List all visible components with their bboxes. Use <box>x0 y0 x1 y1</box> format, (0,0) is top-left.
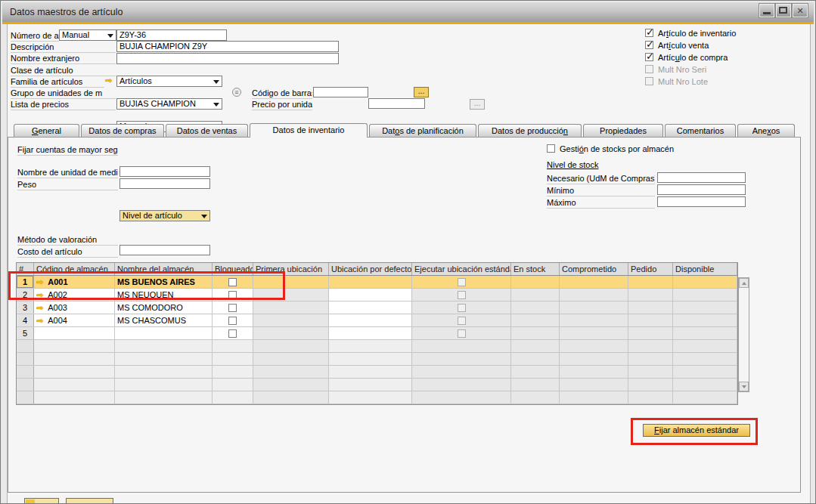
required-stock-label: Necesario (UdM de Compras) <box>547 174 655 184</box>
maximum-stock-input[interactable] <box>657 196 746 207</box>
table-row[interactable] <box>17 340 737 353</box>
column-header-6[interactable]: Ejecutar ubicación estándar <box>412 263 511 275</box>
tab-datos-de-compras[interactable]: Datos de compras <box>81 124 164 138</box>
blocked-checkbox[interactable] <box>228 317 237 325</box>
column-header-10[interactable]: Disponible <box>673 263 737 275</box>
table-row[interactable]: 2➡A002MS NEUQUEN <box>17 289 737 301</box>
checkbox <box>645 77 653 85</box>
tab-datos-de-inventario[interactable]: Datos de inventario <box>250 123 368 138</box>
footer-cancel-button-partial[interactable] <box>66 498 113 504</box>
column-header-2[interactable]: Nombre del almacén <box>115 263 213 275</box>
close-button[interactable]: ✕ <box>793 4 808 17</box>
scroll-up-button[interactable] <box>739 278 749 288</box>
maximize-button[interactable] <box>776 4 791 17</box>
cell <box>34 340 115 352</box>
table-row[interactable]: 5 <box>17 327 737 340</box>
item-cost-input[interactable] <box>119 245 210 255</box>
blocked-checkbox[interactable] <box>228 304 237 312</box>
column-header-3[interactable]: Bloqueado <box>213 263 253 275</box>
blocked-checkbox[interactable] <box>228 329 237 338</box>
cell <box>34 353 115 365</box>
cell <box>329 327 412 339</box>
cell <box>115 379 213 391</box>
minimum-stock-input[interactable] <box>657 184 746 195</box>
row-number-cell: 4 <box>17 314 34 326</box>
column-header-9[interactable]: Pedido <box>628 263 673 275</box>
scroll-down-button[interactable] <box>739 382 749 391</box>
cell <box>253 366 329 378</box>
cell <box>253 353 329 365</box>
item-number-type-combo[interactable]: Manual <box>59 29 116 41</box>
checkbox[interactable] <box>645 41 653 49</box>
row-number-cell <box>17 353 34 365</box>
tab-datos-de-ventas[interactable]: Datos de ventas <box>166 124 248 138</box>
warehouse-code: A003 <box>48 303 67 312</box>
foreign-name-input[interactable] <box>116 53 339 64</box>
tab-datos-de-produccion[interactable]: Datos de producción <box>478 124 582 138</box>
table-row[interactable]: 4➡A004MS CHASCOMUS <box>17 314 737 327</box>
gl-accounts-combo[interactable]: Nivel de artículo <box>119 210 210 221</box>
tab-datos-de-planificacion[interactable]: Datos de planificación <box>369 124 476 138</box>
warehouse-name: MS CHASCOMUS <box>117 316 186 325</box>
item-class-value: Artículos <box>119 76 152 85</box>
tab-anexos[interactable]: Anexos <box>737 124 795 138</box>
tab-general[interactable]: General <box>14 124 79 138</box>
column-header-1[interactable]: Código de almacén <box>34 263 115 275</box>
window-title: Datos maestros de artículo <box>10 7 123 17</box>
minimize-button[interactable] <box>759 4 774 17</box>
unit-price-input[interactable] <box>368 98 425 109</box>
cell <box>329 301 412 314</box>
required-stock-input[interactable] <box>657 172 746 183</box>
uom-group-label: Grupo de unidades de m <box>11 88 116 99</box>
cell <box>213 301 253 314</box>
item-flag-row: Artículo de inventario <box>645 29 736 41</box>
link-arrow-icon[interactable]: ➡ <box>36 304 43 312</box>
table-scrollbar[interactable] <box>738 277 749 392</box>
checkbox[interactable] <box>645 53 653 61</box>
manage-stock-by-warehouse-checkbox[interactable] <box>547 144 555 153</box>
set-default-warehouse-button[interactable]: Fijar almacén estándar <box>643 424 750 437</box>
weight-input[interactable] <box>119 178 210 189</box>
link-arrow-icon[interactable]: ➡ <box>36 278 43 286</box>
description-input[interactable]: BUJIA CHAMPION Z9Y <box>116 41 339 52</box>
title-bar[interactable]: Datos maestros de artículo <box>2 2 814 22</box>
table-row[interactable]: 1➡A001MS BUENOS AIRES <box>17 276 737 289</box>
enforce-default-bin-checkbox <box>458 304 466 312</box>
item-group-combo[interactable]: BUJIAS CHAMPION <box>116 98 222 110</box>
cell <box>213 289 253 301</box>
column-header-0[interactable]: # <box>17 263 34 275</box>
cell <box>412 314 511 326</box>
item-class-combo[interactable]: Artículos <box>116 76 222 87</box>
link-arrow-icon[interactable]: ➡ <box>105 76 112 85</box>
checkbox[interactable] <box>645 29 653 37</box>
checkbox-label: Artículo de compra <box>658 53 728 62</box>
blocked-checkbox[interactable] <box>228 278 237 286</box>
maximum-stock-label: Máximo <box>547 198 655 209</box>
enforce-default-bin-checkbox <box>458 329 466 338</box>
tab-propiedades[interactable]: Propiedades <box>583 124 663 138</box>
column-header-4[interactable]: Primera ubicación <box>253 263 329 275</box>
column-header-8[interactable]: Comprometido <box>560 263 628 275</box>
footer-ok-button-partial[interactable] <box>24 498 59 504</box>
link-arrow-icon[interactable]: ➡ <box>36 317 43 325</box>
column-header-7[interactable]: En stock <box>511 263 560 275</box>
cell <box>412 276 511 288</box>
cell <box>213 353 253 365</box>
table-row[interactable]: 3➡A003MS COMODORO <box>17 301 737 314</box>
tab-comentarios[interactable]: Comentarios <box>665 124 736 138</box>
cell <box>213 276 253 288</box>
table-row[interactable] <box>17 353 737 366</box>
table-row[interactable] <box>17 366 737 379</box>
blocked-checkbox[interactable] <box>228 291 237 299</box>
item-number-input[interactable]: Z9Y-36 <box>116 29 227 41</box>
uom-name-input[interactable] <box>119 166 210 177</box>
link-arrow-icon[interactable]: ➡ <box>36 291 43 299</box>
table-row[interactable] <box>17 391 737 404</box>
table-row[interactable] <box>17 379 737 391</box>
column-header-5[interactable]: Ubicación por defecto <box>329 263 412 275</box>
unit-price-browse-button[interactable]: ... <box>470 99 485 110</box>
barcode-browse-button[interactable]: ... <box>414 87 429 97</box>
manage-stock-by-warehouse-label: Gestión de stocks por almacén <box>560 144 674 153</box>
uom-group-detail-icon[interactable]: ≡ <box>232 88 241 97</box>
barcode-input[interactable] <box>313 87 368 97</box>
